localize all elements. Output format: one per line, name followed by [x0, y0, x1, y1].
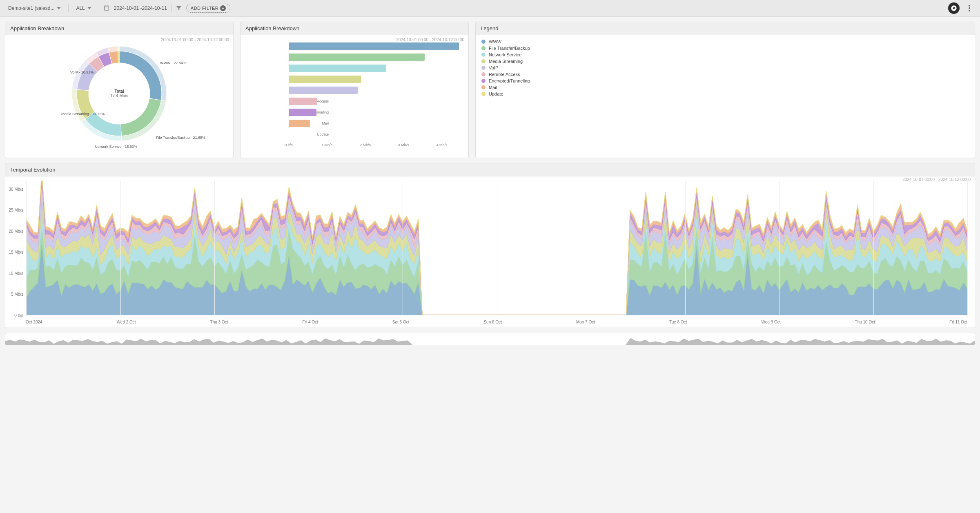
panel-title: Application Breakdown: [5, 22, 233, 35]
add-filter-button[interactable]: ADD FILTER +: [186, 4, 230, 13]
legend-swatch: [481, 46, 486, 50]
kebab-menu[interactable]: [964, 2, 975, 14]
legend-swatch: [481, 72, 486, 76]
all-dropdown-label: ALL: [76, 5, 85, 11]
dashboard-row-3: [0, 333, 980, 350]
xtick: Wed 9 Oct: [762, 320, 781, 324]
legend-label: Network Service: [489, 52, 521, 57]
legend-item[interactable]: Mail: [481, 84, 969, 91]
bar-row[interactable]: Network Service: [289, 63, 461, 73]
ytick: 5 Mb/s: [11, 292, 23, 297]
legend-list: WWWFile Transfer/BackupNetwork ServiceMe…: [476, 35, 975, 100]
date-range-label: 2024-10-01 -2024-10-11: [114, 5, 167, 11]
legend-item[interactable]: Remote Access: [481, 71, 969, 78]
site-dropdown-label: Demo-site1 (salesd...: [8, 5, 54, 11]
all-dropdown[interactable]: ALL: [73, 4, 94, 13]
legend-item[interactable]: Network Service: [481, 51, 969, 58]
legend-swatch: [481, 79, 486, 83]
separator: [171, 4, 172, 12]
bar-row[interactable]: File Transfer/Backup: [289, 52, 461, 62]
legend-label: File Transfer/Backup: [489, 46, 530, 51]
svg-point-1: [969, 7, 970, 9]
donut-center-value: 17.4 Mb/s: [110, 94, 128, 98]
svg-point-2: [969, 10, 970, 11]
panel-title: Application Breakdown: [241, 22, 468, 35]
filter-icon[interactable]: [176, 4, 182, 12]
legend-item[interactable]: File Transfer/Backup: [481, 45, 969, 51]
xtick: Sun 6 Oct: [483, 320, 501, 324]
ytick: 30 Mb/s: [9, 187, 23, 191]
dashboard-row-2: Temporal Evolution 2024-10-01 00:00 - 20…: [0, 163, 980, 333]
ytick: 10 Mb/s: [9, 271, 23, 275]
add-filter-label: ADD FILTER: [191, 6, 218, 11]
chevron-down-icon: [57, 6, 61, 10]
donut-slice-label: Network Service - 15.60%: [95, 145, 137, 149]
panel-legend: Legend WWWFile Transfer/BackupNetwork Se…: [475, 22, 975, 158]
bar-row[interactable]: VoIP: [289, 85, 461, 95]
calendar-icon[interactable]: [103, 4, 110, 12]
legend-swatch: [481, 85, 486, 89]
bar-row[interactable]: Media Streaming: [289, 74, 461, 84]
legend-item[interactable]: VoIP: [481, 65, 969, 71]
donut-slice-label: Media Streaming - 11.76%: [61, 112, 105, 116]
ytick: 20 Mb/s: [9, 229, 23, 233]
bar-fill: [289, 120, 310, 127]
xtick: Thu 3 Oct: [210, 320, 228, 324]
bar-chart[interactable]: WWWFile Transfer/BackupNetwork ServiceMe…: [244, 38, 465, 153]
bar-row[interactable]: Remote Access: [289, 96, 461, 106]
bar-row[interactable]: Mail: [289, 118, 461, 128]
legend-item[interactable]: Media Streaming: [481, 58, 969, 65]
legend-label: Encrypted/Tunneling: [489, 78, 530, 83]
panel-title: Legend: [476, 22, 975, 35]
donut-center: Total 17.4 Mb/s: [110, 89, 128, 98]
legend-label: Media Streaming: [489, 59, 523, 64]
donut-chart[interactable]: Total 17.4 Mb/s WWW - 27.54%File Transfe…: [54, 38, 185, 149]
bar-fill: [289, 42, 459, 50]
chevron-down-icon: [87, 6, 91, 10]
bar-fill: [289, 76, 361, 83]
legend-item[interactable]: WWW: [481, 38, 969, 45]
legend-item[interactable]: Update: [481, 91, 969, 97]
ytick: 0 b/s: [14, 313, 23, 318]
explore-button[interactable]: [948, 2, 960, 14]
legend-item[interactable]: Encrypted/Tunneling: [481, 78, 969, 84]
legend-label: WWW: [489, 39, 501, 44]
top-toolbar: Demo-site1 (salesd... ALL 2024-10-01 -20…: [0, 0, 980, 17]
legend-swatch: [481, 59, 486, 63]
dashboard-row-1: Application Breakdown 2024-10-01 00:00 -…: [0, 17, 980, 163]
legend-swatch: [481, 92, 486, 96]
xtick: Fri 4 Oct: [302, 320, 318, 324]
xtick: Sat 5 Oct: [392, 320, 410, 324]
donut-slice-label: WWW - 27.54%: [160, 61, 186, 65]
temporal-chart[interactable]: 2024-10-01 00:00 - 2024-10-12 00:00 0 b/…: [5, 176, 975, 328]
bar-xtick: 4 Mb/s: [437, 143, 448, 147]
ytick: 15 Mb/s: [9, 250, 23, 254]
legend-swatch: [481, 53, 486, 57]
bar-row[interactable]: Encrypted/Tunneling: [289, 107, 461, 117]
bar-fill: [289, 98, 317, 105]
temporal-yaxis: 0 b/s5 Mb/s10 Mb/s15 Mb/s20 Mb/s25 Mb/s3…: [5, 181, 25, 315]
date-range[interactable]: 2024-10-01 -2024-10-11: [114, 5, 167, 11]
plus-icon: +: [220, 5, 226, 11]
bar-fill: [289, 131, 289, 138]
xtick: Oct 2024: [26, 320, 42, 324]
bar-xaxis: 0 b/s1 Mb/s2 Mb/s3 Mb/s4 Mb/s: [289, 142, 461, 148]
donut-center-label: Total: [110, 89, 128, 94]
panel-temporal-evolution: Temporal Evolution 2024-10-01 00:00 - 20…: [5, 163, 975, 328]
bar-row[interactable]: Update: [289, 129, 461, 139]
site-dropdown[interactable]: Demo-site1 (salesd...: [5, 4, 64, 13]
bar-fill: [289, 65, 386, 72]
svg-point-0: [969, 5, 970, 7]
legend-label: Mail: [489, 85, 497, 90]
bar-row[interactable]: WWW: [289, 41, 461, 51]
panel-title: Temporal Evolution: [5, 163, 975, 176]
xtick: Thu 10 Oct: [855, 320, 875, 324]
legend-swatch: [481, 40, 486, 44]
panel-app-breakdown-bar: Application Breakdown 2024-10-01 00:00 -…: [240, 22, 469, 158]
panel-time-brush[interactable]: [5, 333, 975, 345]
bar-xtick: 0 b/s: [285, 143, 293, 147]
legend-label: Update: [489, 91, 503, 96]
separator: [68, 4, 69, 12]
bar-xtick: 2 Mb/s: [360, 143, 371, 147]
temporal-plot-area: [26, 181, 967, 315]
